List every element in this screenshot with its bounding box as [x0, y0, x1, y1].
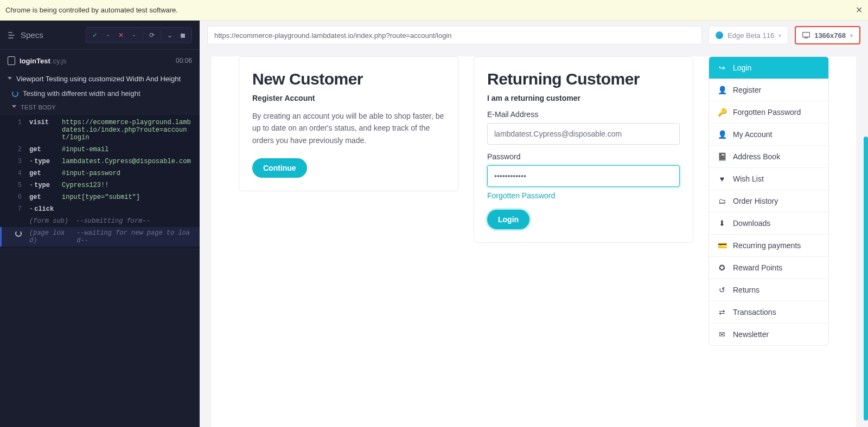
browser-selector[interactable]: Edge Beta 116 ▾	[709, 26, 788, 44]
email-field[interactable]	[487, 123, 680, 145]
account-nav-item[interactable]: 👤Register	[709, 79, 828, 101]
viewport-selector[interactable]: 1366x768 ▾	[795, 26, 860, 44]
command-arg: #input-password	[62, 170, 120, 177]
chevron-down-icon: ▾	[850, 33, 853, 38]
nav-item-label: Wish List	[733, 174, 764, 183]
scrollbar[interactable]	[864, 137, 868, 420]
account-nav-item[interactable]: ✪Reward Points	[709, 257, 828, 279]
command-name: visit	[29, 119, 54, 126]
nav-item-label: Reward Points	[733, 263, 782, 272]
forgot-password-link[interactable]: Forgotten Password	[487, 191, 555, 200]
specs-icon[interactable]	[8, 31, 15, 39]
elapsed-time: 00:06	[176, 57, 192, 64]
specs-header: Specs ✓ - ✕ - ⟳ ⌄ ◼	[0, 21, 200, 50]
nav-item-label: Downloads	[733, 219, 770, 228]
email-label: E-Mail Address	[487, 110, 680, 119]
event-name: (page load)	[29, 229, 69, 244]
account-nav-item[interactable]: 📓Address Book	[709, 146, 828, 168]
login-button[interactable]: Login	[487, 210, 529, 229]
line-number: 3	[14, 158, 22, 165]
event-name: (form sub)	[29, 217, 68, 225]
spinner-icon	[12, 90, 18, 97]
edge-icon	[716, 31, 723, 39]
suite-row[interactable]: Viewport Testing using customized Width …	[0, 72, 200, 86]
password-field[interactable]	[487, 165, 680, 187]
spec-file-ext: .cy.js	[51, 57, 67, 65]
command-event-row[interactable]: (page load)--waiting for new page to loa…	[0, 227, 200, 247]
command-arg: Cypress123!!	[62, 182, 108, 189]
account-nav-item[interactable]: ↺Returns	[709, 279, 828, 301]
nav-item-icon: ⇄	[718, 308, 726, 316]
command-row[interactable]: 2get#input-email	[0, 144, 200, 156]
chevron-down-icon[interactable]: ⌄	[164, 30, 175, 41]
nav-item-icon: ✪	[718, 263, 726, 272]
new-customer-subtitle: Register Account	[252, 94, 445, 102]
line-number: 7	[14, 205, 22, 213]
account-nav-item[interactable]: 🗂Order History	[709, 190, 828, 212]
command-name: type	[29, 182, 54, 189]
nav-item-label: Order History	[733, 197, 778, 205]
aut-panel: https://ecommerce-playground.lambdatest.…	[200, 21, 868, 427]
continue-button[interactable]: Continue	[252, 158, 307, 178]
chevron-down-icon: ▾	[778, 33, 781, 38]
page-content: New Customer Register Account By creatin…	[212, 56, 856, 427]
account-nav-item[interactable]: ♥Wish List	[709, 168, 828, 190]
line-number: 1	[14, 119, 22, 126]
command-row[interactable]: 4get#input-password	[0, 167, 200, 179]
account-nav-item[interactable]: 💳Recurring payments	[709, 235, 828, 257]
stop-icon[interactable]: ◼	[177, 30, 188, 41]
aut-body: New Customer Register Account By creatin…	[200, 50, 868, 427]
test-body-row[interactable]: TEST BODY	[0, 101, 200, 114]
close-icon[interactable]: ✕	[856, 5, 863, 15]
line-number: 4	[14, 170, 22, 177]
returning-subtitle: I am a returning customer	[487, 94, 680, 102]
command-row[interactable]: 7click	[0, 203, 200, 215]
account-nav-item[interactable]: 👤My Account	[709, 124, 828, 146]
restart-icon[interactable]: ⟳	[146, 30, 157, 41]
account-nav-item[interactable]: ✉Newsletter	[709, 324, 828, 345]
aut-url-bar[interactable]: https://ecommerce-playground.lambdatest.…	[207, 26, 702, 44]
caret-icon	[8, 77, 12, 81]
nav-item-label: Newsletter	[733, 330, 769, 339]
specs-title: Specs	[21, 30, 43, 40]
test-row[interactable]: Testing with different width and height	[0, 86, 200, 101]
line-number: 5	[14, 182, 22, 189]
pass-icon: ✓	[90, 30, 100, 41]
nav-item-label: Login	[733, 63, 751, 72]
line-number: 2	[14, 146, 22, 153]
command-row[interactable]: 5typeCypress123!!	[0, 179, 200, 191]
cypress-sidebar: Specs ✓ - ✕ - ⟳ ⌄ ◼ loginTest.cy.js 0	[0, 21, 200, 427]
aut-header: https://ecommerce-playground.lambdatest.…	[200, 21, 868, 50]
command-arg: lambdatest.Cypress@disposable.com	[62, 158, 191, 165]
runner-controls: ✓ - ✕ - ⟳ ⌄ ◼	[86, 27, 192, 43]
command-row[interactable]: 3typelambdatest.Cypress@disposable.com	[0, 156, 200, 167]
account-nav-item[interactable]: 🔑Forgotten Password	[709, 101, 828, 124]
command-arg: https://ecommerce-playground.lambdatest.…	[62, 119, 192, 141]
aut-url-text: https://ecommerce-playground.lambdatest.…	[214, 31, 452, 40]
account-nav-item[interactable]: ↪Login	[709, 57, 828, 79]
account-nav-item[interactable]: ⇄Transactions	[709, 301, 828, 324]
nav-item-label: Returns	[733, 286, 760, 294]
test-title: Testing with different width and height	[23, 89, 141, 98]
command-row[interactable]: 1visithttps://ecommerce-playground.lambd…	[0, 117, 200, 144]
chrome-automation-banner: Chrome is being controlled by automated …	[0, 0, 868, 21]
command-row[interactable]: 6getinput[type="submit"]	[0, 191, 200, 203]
returning-customer-card: Returning Customer I am a returning cust…	[474, 56, 693, 243]
account-nav-item[interactable]: ⬇Downloads	[709, 212, 828, 235]
spec-file-row[interactable]: loginTest.cy.js 00:06	[0, 50, 200, 72]
spinner-icon	[15, 230, 22, 237]
nav-item-icon: 👤	[718, 86, 726, 94]
chrome-banner-text: Chrome is being controlled by automated …	[5, 6, 178, 14]
test-body-label: TEST BODY	[21, 104, 56, 111]
nav-item-label: Transactions	[733, 308, 776, 316]
event-arg: --waiting for new page to load--	[76, 229, 192, 244]
nav-item-label: My Account	[733, 130, 772, 139]
nav-item-icon: 👤	[718, 130, 726, 139]
command-name: get	[29, 193, 54, 201]
nav-item-icon: ↺	[718, 286, 726, 294]
command-event-row[interactable]: (form sub)--submitting form--	[0, 215, 200, 227]
new-customer-title: New Customer	[252, 70, 445, 88]
command-name: get	[29, 170, 54, 177]
account-sidebar-nav: ↪Login👤Register🔑Forgotten Password👤My Ac…	[709, 56, 829, 346]
nav-item-icon: ↪	[718, 63, 726, 72]
